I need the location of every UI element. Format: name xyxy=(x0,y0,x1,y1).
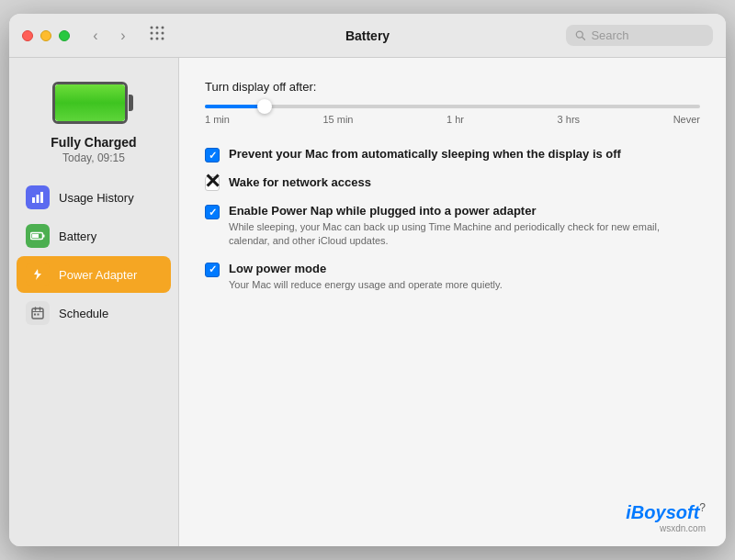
option-prevent-sleep: ✓ Prevent your Mac from automatically sl… xyxy=(205,147,700,162)
window-title: Battery xyxy=(345,28,390,43)
slider-label: Turn display off after: xyxy=(205,80,700,94)
slider-ticks: 1 min 15 min 1 hr 3 hrs Never xyxy=(205,114,700,125)
checkmark-low-power: ✓ xyxy=(209,264,217,274)
option-wake-network: ✕ Wake for network access xyxy=(205,175,700,191)
option-low-power-text: Low power mode Your Mac will reduce ener… xyxy=(229,262,700,292)
checkbox-wake-network[interactable]: ✕ xyxy=(205,176,220,191)
svg-point-5 xyxy=(162,32,164,35)
svg-rect-15 xyxy=(32,234,39,238)
option-low-power-desc: Your Mac will reduce energy usage and op… xyxy=(229,278,700,292)
traffic-lights xyxy=(22,30,70,41)
checkbox-prevent-sleep[interactable]: ✓ xyxy=(205,148,220,162)
schedule-icon xyxy=(26,301,50,325)
content-area: Fully Charged Today, 09:15 Usage History xyxy=(9,58,726,546)
watermark-sub: wsxdn.com xyxy=(626,523,706,533)
minimize-button[interactable] xyxy=(40,30,51,41)
maximize-button[interactable] xyxy=(59,30,70,41)
slider-track xyxy=(205,105,700,108)
close-button[interactable] xyxy=(22,30,33,41)
option-prevent-sleep-title: Prevent your Mac from automatically slee… xyxy=(229,147,700,161)
battery-time-label: Today, 09:15 xyxy=(62,151,125,164)
svg-point-4 xyxy=(156,32,159,35)
battery-icon xyxy=(52,80,135,126)
svg-point-2 xyxy=(162,27,164,29)
battery-nav-icon xyxy=(26,224,50,248)
option-wake-network-text: Wake for network access xyxy=(229,175,700,189)
checkmark-power-nap: ✓ xyxy=(209,207,217,218)
svg-rect-16 xyxy=(43,235,45,238)
sidebar-item-schedule[interactable]: Schedule xyxy=(17,295,171,331)
svg-point-7 xyxy=(156,38,159,40)
svg-rect-22 xyxy=(34,314,36,316)
checkbox-low-power[interactable]: ✓ xyxy=(205,263,220,277)
option-power-nap-desc: While sleeping, your Mac can back up usi… xyxy=(229,220,700,249)
tick-never: Never xyxy=(673,114,700,125)
option-power-nap-text: Enable Power Nap while plugged into a po… xyxy=(229,204,700,249)
svg-marker-17 xyxy=(34,269,41,280)
slider-track-container[interactable] xyxy=(205,105,700,108)
slider-thumb[interactable] xyxy=(257,99,272,114)
schedule-label: Schedule xyxy=(59,307,108,320)
battery-nav-label: Battery xyxy=(59,230,96,243)
checkbox-power-nap[interactable]: ✓ xyxy=(205,205,220,219)
svg-point-1 xyxy=(156,27,159,29)
tick-1hr: 1 hr xyxy=(447,114,464,125)
sidebar-nav: Usage History Battery xyxy=(17,179,171,331)
svg-rect-12 xyxy=(37,195,40,203)
slider-fill xyxy=(205,105,265,108)
watermark: iBoysoft? xyxy=(626,502,706,522)
watermark-brand: Boysoft xyxy=(631,502,699,522)
watermark-question: ? xyxy=(699,501,706,514)
tick-3hrs: 3 hrs xyxy=(558,114,580,125)
checkmark-prevent-sleep: ✓ xyxy=(209,151,217,161)
tick-15min: 15 min xyxy=(322,114,353,125)
search-icon xyxy=(575,29,585,41)
back-button[interactable]: ‹ xyxy=(85,25,107,47)
sidebar-item-power-adapter[interactable]: Power Adapter xyxy=(17,256,171,293)
sidebar-item-usage-history[interactable]: Usage History xyxy=(17,179,171,216)
search-input[interactable] xyxy=(591,28,704,42)
option-power-nap: ✓ Enable Power Nap while plugged into a … xyxy=(205,204,700,249)
power-adapter-icon xyxy=(26,263,50,286)
svg-point-3 xyxy=(151,32,153,35)
search-box[interactable] xyxy=(566,25,713,46)
sidebar: Fully Charged Today, 09:15 Usage History xyxy=(9,58,179,546)
svg-rect-23 xyxy=(38,314,40,316)
power-adapter-label: Power Adapter xyxy=(59,268,137,282)
slider-section: Turn display off after: 1 min 15 min 1 h… xyxy=(205,80,700,125)
svg-line-10 xyxy=(582,37,584,39)
x-mark-wake-network: ✕ xyxy=(204,174,220,190)
tick-1min: 1 min xyxy=(205,114,230,125)
svg-point-6 xyxy=(151,38,153,40)
option-prevent-sleep-text: Prevent your Mac from automatically slee… xyxy=(229,147,700,161)
svg-point-8 xyxy=(162,38,164,40)
titlebar: ‹ › Battery xyxy=(9,14,726,58)
nav-buttons: ‹ › xyxy=(85,25,134,47)
usage-history-label: Usage History xyxy=(59,191,134,205)
svg-rect-11 xyxy=(32,197,35,203)
battery-status-label: Fully Charged xyxy=(51,135,136,150)
main-panel: Turn display off after: 1 min 15 min 1 h… xyxy=(179,58,726,546)
svg-rect-13 xyxy=(40,192,43,203)
forward-button[interactable]: › xyxy=(112,25,134,47)
option-wake-network-title: Wake for network access xyxy=(229,175,700,189)
option-power-nap-title: Enable Power Nap while plugged into a po… xyxy=(229,204,700,218)
app-grid-icon[interactable] xyxy=(149,25,165,46)
usage-history-icon xyxy=(26,185,50,209)
svg-point-0 xyxy=(151,27,153,29)
option-low-power: ✓ Low power mode Your Mac will reduce en… xyxy=(205,262,700,292)
option-low-power-title: Low power mode xyxy=(229,262,700,275)
battery-icon-container xyxy=(52,80,135,126)
sidebar-item-battery[interactable]: Battery xyxy=(17,218,171,254)
options-list: ✓ Prevent your Mac from automatically sl… xyxy=(205,147,700,292)
